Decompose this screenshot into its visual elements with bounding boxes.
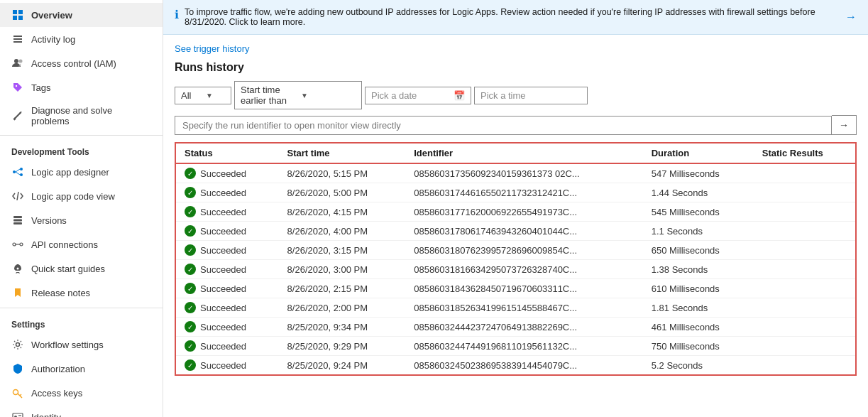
dev-tools-section-title: Development Tools	[0, 139, 163, 160]
svg-point-24	[16, 343, 20, 347]
start-time-cell: 8/26/2020, 3:15 PM	[279, 241, 406, 260]
sidebar: Overview Activity log Access control (IA…	[0, 0, 163, 417]
table-row[interactable]: Succeeded8/25/2020, 9:24 PM0858603245023…	[175, 356, 856, 376]
condition-filter-chevron: ▼	[301, 92, 356, 99]
runs-history-table: Status Start time Identifier Duration St…	[175, 142, 857, 376]
table-row[interactable]: Succeeded8/26/2020, 4:00 PM0858603178061…	[175, 222, 856, 241]
table-row[interactable]: Succeeded8/26/2020, 2:15 PM0858603184362…	[175, 279, 856, 298]
svg-rect-17	[13, 216, 22, 218]
table-row[interactable]: Succeeded8/26/2020, 2:00 PM0858603185263…	[175, 298, 856, 318]
identifier-cell: 08586032444237247064913882269C...	[405, 318, 643, 337]
start-time-cell: 8/26/2020, 2:15 PM	[279, 279, 406, 298]
static-results-cell	[754, 298, 856, 318]
sidebar-item-logic-app-designer[interactable]: Logic app designer	[0, 160, 163, 184]
duration-cell: 1.81 Seconds	[643, 298, 754, 318]
status-cell: Succeeded	[175, 241, 279, 260]
start-time-cell: 8/25/2020, 9:24 PM	[279, 356, 406, 376]
main-content: ℹ To improve traffic flow, we're adding …	[163, 0, 868, 417]
date-picker[interactable]: Pick a date 📅	[365, 87, 471, 104]
info-banner[interactable]: ℹ To improve traffic flow, we're adding …	[163, 0, 868, 35]
static-results-cell	[754, 183, 856, 202]
status-text: Succeeded	[200, 245, 246, 256]
status-filter[interactable]: All ▼	[175, 87, 231, 104]
svg-point-21	[20, 243, 23, 246]
grid-icon	[11, 9, 24, 21]
svg-rect-19	[13, 222, 22, 224]
table-row[interactable]: Succeeded8/25/2020, 9:34 PM0858603244423…	[175, 318, 856, 337]
table-row[interactable]: Succeeded8/26/2020, 3:00 PM0858603181663…	[175, 260, 856, 279]
code-icon	[11, 190, 24, 202]
success-icon	[185, 283, 196, 294]
sidebar-item-api-connections[interactable]: API connections	[0, 232, 163, 256]
status-text: Succeeded	[200, 264, 246, 275]
table-header-row: Status Start time Identifier Duration St…	[175, 143, 856, 163]
duration-cell: 750 Milliseconds	[643, 337, 754, 356]
status-text: Succeeded	[200, 322, 246, 332]
sidebar-item-release-notes[interactable]: Release notes	[0, 281, 163, 305]
svg-rect-1	[18, 10, 23, 14]
duration-cell: 650 Milliseconds	[643, 241, 754, 260]
svg-rect-18	[13, 220, 22, 222]
sidebar-item-identity[interactable]: Identity	[0, 405, 163, 417]
success-icon	[185, 340, 196, 352]
status-cell: Succeeded	[175, 222, 279, 241]
success-icon	[185, 206, 196, 217]
identifier-cell: 08586031843628450719670603311C...	[405, 279, 643, 298]
banner-arrow-icon[interactable]: →	[845, 11, 857, 23]
success-icon	[185, 321, 196, 332]
sidebar-item-overview[interactable]: Overview	[0, 3, 163, 27]
success-icon	[185, 168, 196, 179]
run-identifier-input[interactable]	[175, 116, 832, 135]
static-results-cell	[754, 356, 856, 376]
status-text: Succeeded	[200, 188, 246, 198]
sidebar-item-authorization[interactable]: Authorization	[0, 357, 163, 381]
sidebar-item-diagnose[interactable]: Diagnose and solve problems	[0, 99, 163, 132]
svg-rect-5	[13, 38, 22, 40]
sidebar-item-tags[interactable]: Tags	[0, 75, 163, 99]
status-text: Succeeded	[200, 226, 246, 237]
sidebar-item-label: Access control (IAM)	[31, 58, 116, 69]
svg-rect-6	[13, 41, 22, 43]
identifier-cell: 08586031807623995728696009854C...	[405, 241, 643, 260]
settings-icon	[11, 338, 24, 351]
sidebar-item-label: Tags	[31, 82, 50, 93]
identifier-cell: 08586031771620006922655491973C...	[405, 202, 643, 222]
svg-point-7	[14, 59, 18, 63]
svg-point-23	[17, 268, 19, 270]
status-text: Succeeded	[200, 303, 246, 313]
static-results-cell	[754, 337, 856, 356]
identifier-cell: 08586031852634199615145588467C...	[405, 298, 643, 318]
sidebar-item-access-keys[interactable]: Access keys	[0, 381, 163, 405]
svg-point-20	[13, 243, 16, 246]
sidebar-item-activity-log[interactable]: Activity log	[0, 27, 163, 51]
search-go-button[interactable]: →	[832, 115, 857, 135]
sidebar-item-versions[interactable]: Versions	[0, 208, 163, 232]
sidebar-item-logic-app-code-view[interactable]: Logic app code view	[0, 184, 163, 208]
sidebar-item-label: Identity	[31, 412, 61, 418]
success-icon	[185, 302, 196, 313]
status-cell: Succeeded	[175, 356, 279, 376]
table-row[interactable]: Succeeded8/25/2020, 9:29 PM0858603244744…	[175, 337, 856, 356]
sidebar-item-label: Activity log	[31, 34, 75, 45]
start-time-cell: 8/26/2020, 5:00 PM	[279, 183, 406, 202]
search-row: →	[175, 115, 857, 135]
trigger-history-link[interactable]: See trigger history	[175, 43, 250, 54]
table-row[interactable]: Succeeded8/26/2020, 5:00 PM0858603174461…	[175, 183, 856, 202]
duration-cell: 545 Milliseconds	[643, 202, 754, 222]
status-filter-chevron: ▼	[206, 92, 225, 99]
static-results-cell	[754, 279, 856, 298]
sidebar-item-quick-start[interactable]: Quick start guides	[0, 256, 163, 281]
table-row[interactable]: Succeeded8/26/2020, 5:15 PM0858603173560…	[175, 163, 856, 183]
table-row[interactable]: Succeeded8/26/2020, 3:15 PM0858603180762…	[175, 241, 856, 260]
table-row[interactable]: Succeeded8/26/2020, 4:15 PM0858603177162…	[175, 202, 856, 222]
condition-filter[interactable]: Start time earlier than ▼	[234, 81, 362, 109]
sidebar-item-access-control[interactable]: Access control (IAM)	[0, 51, 163, 75]
static-results-cell	[754, 318, 856, 337]
duration-cell: 461 Milliseconds	[643, 318, 754, 337]
time-picker[interactable]: Pick a time	[474, 87, 588, 104]
sidebar-item-workflow-settings[interactable]: Workflow settings	[0, 332, 163, 357]
status-cell: Succeeded	[175, 298, 279, 318]
table-body: Succeeded8/26/2020, 5:15 PM0858603173560…	[175, 163, 856, 375]
col-duration: Duration	[643, 143, 754, 163]
success-icon	[185, 264, 196, 275]
